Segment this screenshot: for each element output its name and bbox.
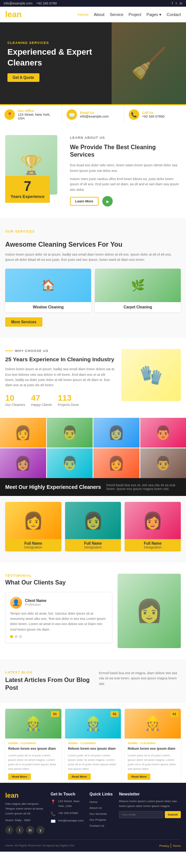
dot-1[interactable] bbox=[10, 635, 13, 638]
read-more-button-1[interactable]: Read More bbox=[8, 773, 31, 780]
footer-hours: Hours: Daily - 9AM bbox=[5, 818, 45, 823]
social-twitter[interactable]: t bbox=[16, 826, 24, 834]
email-icon: ✉️ bbox=[67, 109, 77, 120]
footer-contact-col: Get In Touch 📍 123 Street, New York, USA… bbox=[51, 792, 84, 834]
team-card-3: 👩 Full Name Designation bbox=[125, 502, 181, 551]
nav-project[interactable]: Project bbox=[129, 12, 141, 17]
testimonial-text: Tempo non dolo sit amet, hot. Sanctus do… bbox=[10, 611, 108, 632]
nav-links: Home About Service Project Pages ▾ Conta… bbox=[78, 12, 181, 17]
team-card-photo-3: 👩 bbox=[125, 502, 181, 539]
about-para1: Eos koad eos dolor velo verro, lorem iot… bbox=[70, 163, 181, 173]
privacy-link[interactable]: Privacy bbox=[159, 844, 169, 848]
learn-more-button[interactable]: Learn More bbox=[70, 197, 99, 206]
read-more-button-2[interactable]: Read More bbox=[68, 773, 91, 780]
testimonials-sub: TESTIMONIAL bbox=[5, 574, 112, 577]
blog-img-icon-2: 👷 bbox=[85, 716, 102, 731]
testimonials-right: 👩 bbox=[118, 574, 181, 648]
blog-card-body-2: ADMIN - CLEANING Rebum lorem eos ipsum d… bbox=[65, 739, 121, 783]
info-strip: 📍 Our Office 123 Street, New York, USA ✉… bbox=[0, 104, 186, 124]
dot-3[interactable] bbox=[19, 635, 22, 638]
why-sub: WHY CHOOSE US bbox=[5, 349, 115, 353]
team-photos-grid: 👩 👨 👩 👨 👩 👨 👩 👨 bbox=[0, 418, 186, 478]
footer-link-projects[interactable]: Our Projects bbox=[90, 817, 113, 823]
social-f[interactable]: f bbox=[172, 1, 173, 5]
why-image: 🧤 bbox=[121, 349, 181, 401]
blog-card-1: 👷 01 ADMIN - CLEANING Rebum lorem eos ip… bbox=[5, 709, 61, 783]
blog-date-3: 01 bbox=[170, 711, 179, 717]
blog-card-2: 👷 01 ADMIN - CLEANING Rebum lorem eos ip… bbox=[65, 709, 121, 783]
blog-header: LATEST BLOG Latest Articles From Our Blo… bbox=[0, 659, 186, 703]
team-card-footer-2: Full Name Designation bbox=[65, 539, 121, 551]
team-member-role-3: Designation bbox=[127, 545, 179, 549]
newsletter-email-input[interactable] bbox=[119, 811, 163, 818]
stat-cleaners: 10 Our Cleaners bbox=[5, 393, 25, 407]
why-right: 🧤 bbox=[121, 349, 181, 401]
blog-desc-2: Lorem justo sit in et justo Lorem ipsum … bbox=[68, 753, 118, 771]
blog-img-icon-1: 👷 bbox=[25, 716, 42, 731]
services-grid: 🏠 Window Cleaning 🌿 Carpet Cleaning bbox=[5, 269, 181, 312]
blog-card-body-3: ADMIN - CLEANING Rebum lorem eos ipsum d… bbox=[125, 739, 181, 783]
testimonials-person-icon: 👩 bbox=[135, 598, 163, 624]
footer-link-services[interactable]: Our Services bbox=[90, 811, 113, 817]
get-quote-button[interactable]: Get A Quote bbox=[7, 73, 39, 82]
info-phone: 📞 Call Us +92 345 67890 bbox=[124, 105, 186, 124]
topbar-email: info@example.com bbox=[4, 1, 32, 5]
footer-links-title: Quick Links bbox=[90, 792, 113, 796]
nav-service[interactable]: Service bbox=[110, 12, 124, 17]
testimonials-left: TESTIMONIAL What Our Clients Say 👤 Clien… bbox=[5, 574, 112, 648]
footer-link-contact[interactable]: Contact Us bbox=[90, 823, 113, 829]
team-member-name-1: Full Name bbox=[7, 541, 59, 545]
service-carpet-img: 🌿 bbox=[95, 269, 181, 302]
social-linkedin[interactable]: in bbox=[26, 826, 34, 834]
testimonial-card: 👤 Client Name Profession Tempo non dolo … bbox=[5, 592, 112, 643]
service-card-carpet: 🌿 Carpet Cleaning bbox=[95, 269, 181, 312]
info-email: ✉️ Email Us info@example.com bbox=[62, 105, 124, 124]
footer-links-bottom: Privacy | Terms bbox=[159, 843, 181, 848]
team-card-footer-3: Full Name Designation bbox=[125, 539, 181, 551]
newsletter-submit-button[interactable]: Submit bbox=[165, 811, 181, 818]
team-person-icon-1: 👩 bbox=[23, 511, 44, 530]
footer-link-about[interactable]: About Us bbox=[90, 805, 113, 811]
info-office: 📍 Our Office 123 Street, New York, USA bbox=[0, 105, 62, 124]
blog-meta-2: ADMIN - CLEANING bbox=[68, 742, 118, 745]
logo: lean bbox=[5, 10, 22, 19]
footer-phone-text: +92 345 67890 bbox=[58, 811, 78, 816]
social-in[interactable]: in bbox=[180, 1, 182, 5]
blog-desc-1: Lorem justo sit in et justo Lorem ipsum … bbox=[8, 753, 58, 771]
team-section: 👩 👨 👩 👨 👩 👨 👩 👨 Meet Our Highly Experien… bbox=[0, 418, 186, 563]
terms-link[interactable]: Terms bbox=[173, 844, 181, 848]
team-person-icon-3: 👩 bbox=[142, 511, 163, 530]
nav-contact[interactable]: Contact bbox=[167, 12, 181, 17]
blog-left: LATEST BLOG Latest Articles From Our Blo… bbox=[5, 670, 93, 692]
more-services-button[interactable]: More Services bbox=[5, 317, 42, 327]
cleaners-number: 10 bbox=[5, 393, 25, 403]
nav-pages[interactable]: Pages ▾ bbox=[147, 12, 161, 17]
nav-about[interactable]: About bbox=[94, 12, 105, 17]
blog-right: Ermod kasid dua eos et magna, diam dolor… bbox=[99, 670, 181, 692]
social-facebook[interactable]: f bbox=[5, 826, 13, 834]
years-text: Years Experience bbox=[10, 194, 45, 199]
footer-contact-title: Get In Touch bbox=[51, 792, 84, 796]
footer-link-home[interactable]: Home bbox=[90, 799, 113, 805]
author-info: Client Name Profession bbox=[25, 599, 46, 606]
dot-2[interactable] bbox=[15, 635, 17, 638]
window-icon: 🏠 bbox=[41, 279, 55, 292]
about-actions: Learn More bbox=[70, 196, 181, 206]
about-right: LEARN ABOUT US We Provide The Best Clean… bbox=[70, 135, 181, 206]
phone-value: +92 345 67890 bbox=[142, 115, 164, 118]
read-more-button-3[interactable]: Read More bbox=[128, 773, 150, 780]
nav-home[interactable]: Home bbox=[78, 12, 89, 17]
play-button[interactable] bbox=[102, 196, 113, 206]
why-heading: 25 Years Experience In Cleaning Industry bbox=[5, 356, 115, 363]
team-card-photo-2: 👩 bbox=[65, 502, 121, 539]
footer: lean Cita magna ulko tempore. Tempor lor… bbox=[0, 783, 186, 852]
team-photo-7: 👩 bbox=[93, 448, 140, 478]
office-value: 123 Street, New York, USA bbox=[18, 113, 57, 120]
social-t[interactable]: t bbox=[176, 1, 177, 5]
about-para2: Inslum Ioem justo nankus olfos End lorem… bbox=[70, 176, 181, 192]
social-youtube[interactable]: y bbox=[36, 826, 45, 834]
team-photo-2: 👨 bbox=[47, 418, 93, 448]
services-section: OUR SERVICES Awesome Cleaning Services F… bbox=[0, 218, 186, 338]
team-member-name-2: Full Name bbox=[67, 541, 119, 545]
clients-number: 47 bbox=[31, 393, 52, 403]
